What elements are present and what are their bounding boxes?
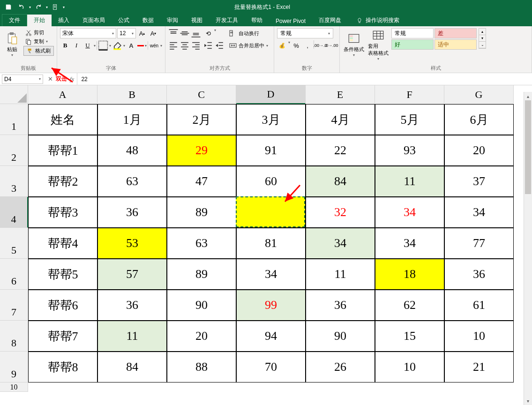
align-bottom-button[interactable] (191, 28, 201, 38)
style-neutral[interactable]: 适中 (435, 39, 477, 50)
orientation-button[interactable]: ⟲ (203, 28, 213, 38)
cell-E1[interactable]: 4月 (306, 104, 375, 135)
cell-A2[interactable]: 帮帮1 (28, 135, 97, 166)
cell-A6[interactable]: 帮帮5 (28, 259, 97, 290)
font-name-combo[interactable]: 宋体▾ (60, 28, 116, 38)
cell-G3[interactable]: 37 (444, 166, 514, 197)
increase-decimal-button[interactable]: .00→.0 (315, 40, 325, 51)
scroll-more-icon[interactable]: ⌄ (479, 42, 486, 48)
bold-button[interactable]: B (60, 40, 70, 51)
row-header-3[interactable]: 3 (0, 166, 28, 197)
cell-B3[interactable]: 63 (97, 166, 167, 197)
align-middle-button[interactable] (180, 28, 190, 38)
cell-A3[interactable]: 帮帮2 (28, 166, 97, 197)
cell-E7[interactable]: 36 (306, 290, 375, 321)
tab-help[interactable]: 帮助 (245, 15, 269, 26)
format-painter-button[interactable]: 格式刷 (23, 46, 54, 56)
accounting-format-button[interactable]: 💰 (277, 40, 287, 51)
scroll-down-icon[interactable]: ▾ (479, 35, 486, 42)
chevron-down-icon[interactable]: ▾ (160, 44, 162, 48)
cell-C9[interactable]: 88 (167, 352, 236, 382)
cell-E6[interactable]: 11 (306, 259, 375, 290)
scroll-down-icon[interactable]: ▾ (524, 397, 532, 405)
tab-view[interactable]: 视图 (185, 15, 209, 26)
cell-D6[interactable]: 34 (236, 259, 306, 290)
chevron-down-icon[interactable]: ▾ (123, 44, 125, 48)
decrease-font-button[interactable]: A▾ (148, 28, 158, 38)
new-button[interactable] (50, 1, 61, 13)
cell-G2[interactable]: 20 (444, 135, 514, 166)
tab-formula[interactable]: 公式 (112, 15, 136, 26)
row-header-7[interactable]: 7 (0, 290, 28, 321)
number-format-combo[interactable]: 常规▾ (277, 28, 333, 38)
increase-font-button[interactable]: A▴ (137, 28, 147, 38)
cell-B9[interactable]: 84 (97, 352, 167, 382)
cell-G5[interactable]: 77 (444, 228, 514, 259)
scroll-up-icon[interactable]: ▴ (479, 29, 486, 35)
cell-G9[interactable]: 21 (444, 352, 514, 382)
tab-layout[interactable]: 页面布局 (76, 15, 112, 26)
decrease-indent-button[interactable] (203, 40, 213, 51)
merge-center-button[interactable]: 合并后居中▾ (226, 40, 271, 51)
decrease-decimal-button[interactable]: .0→.00 (326, 40, 337, 51)
cell-D1[interactable]: 3月 (236, 104, 306, 135)
formula-input[interactable]: 22 (77, 75, 532, 84)
wrap-text-button[interactable]: ab自动换行 (226, 28, 271, 38)
cell-B2[interactable]: 48 (97, 135, 167, 166)
italic-button[interactable]: I (71, 40, 82, 51)
redo-button[interactable] (33, 1, 44, 13)
align-center-button[interactable] (180, 40, 190, 51)
undo-button[interactable] (16, 1, 27, 13)
style-normal[interactable]: 常规 (391, 28, 434, 38)
cell-C5[interactable]: 63 (167, 228, 236, 259)
cell-D4[interactable]: 22 (236, 197, 306, 228)
cell-F8[interactable]: 15 (375, 321, 444, 352)
paste-button[interactable]: 粘贴 ▾ (3, 28, 22, 61)
cell-B8[interactable]: 11 (97, 321, 167, 352)
chevron-down-icon[interactable]: ▾ (145, 44, 147, 48)
cell-G7[interactable]: 61 (444, 290, 514, 321)
cell-F4[interactable]: 34 (375, 197, 444, 228)
align-left-button[interactable] (168, 40, 179, 51)
increase-indent-button[interactable] (214, 40, 225, 51)
style-good[interactable]: 好 (391, 39, 434, 50)
format-as-table-button[interactable]: 套用 表格格式▾ (367, 28, 390, 61)
chevron-down-icon[interactable]: ▾ (109, 44, 111, 48)
column-header-A[interactable]: A (28, 85, 97, 104)
cell-C2[interactable]: 29 (167, 135, 236, 166)
cell-A4[interactable]: 帮帮3 (28, 197, 97, 228)
row-header-10[interactable]: 10 (0, 382, 28, 392)
save-button[interactable] (3, 1, 14, 13)
cell-F7[interactable]: 62 (375, 290, 444, 321)
cell-B6[interactable]: 57 (97, 259, 167, 290)
comma-format-button[interactable]: , (302, 40, 313, 51)
cell-C4[interactable]: 89 (167, 197, 236, 228)
row-header-2[interactable]: 2 (0, 135, 28, 166)
cell-A1[interactable]: 姓名 (28, 104, 97, 135)
cell-E5[interactable]: 34 (306, 228, 375, 259)
cell-D2[interactable]: 91 (236, 135, 306, 166)
row-header-8[interactable]: 8 (0, 321, 28, 352)
tab-baidu[interactable]: 百度网盘 (312, 15, 348, 26)
pinyin-button[interactable]: wén (149, 40, 159, 51)
cell-D8[interactable]: 94 (236, 321, 306, 352)
cell-B4[interactable]: 36 (97, 197, 167, 228)
cell-E8[interactable]: 90 (306, 321, 375, 352)
cell-E3[interactable]: 84 (306, 166, 375, 197)
tab-insert[interactable]: 插入 (52, 15, 76, 26)
copy-button[interactable]: 复制▾ (23, 37, 54, 46)
cell-F1[interactable]: 5月 (375, 104, 444, 135)
row-header-4[interactable]: 4 (0, 197, 28, 228)
row-header-6[interactable]: 6 (0, 259, 28, 290)
cell-G4[interactable]: 34 (444, 197, 514, 228)
column-header-C[interactable]: C (167, 85, 236, 104)
select-all-corner[interactable] (0, 85, 28, 104)
cell-A8[interactable]: 帮帮7 (28, 321, 97, 352)
cell-E2[interactable]: 22 (306, 135, 375, 166)
scroll-up-icon[interactable]: ▴ (524, 92, 532, 100)
tab-review[interactable]: 审阅 (160, 15, 185, 26)
cell-D5[interactable]: 81 (236, 228, 306, 259)
cell-F3[interactable]: 11 (375, 166, 444, 197)
tab-file[interactable]: 文件 (2, 14, 27, 26)
chevron-down-icon[interactable]: ▾ (288, 40, 290, 51)
